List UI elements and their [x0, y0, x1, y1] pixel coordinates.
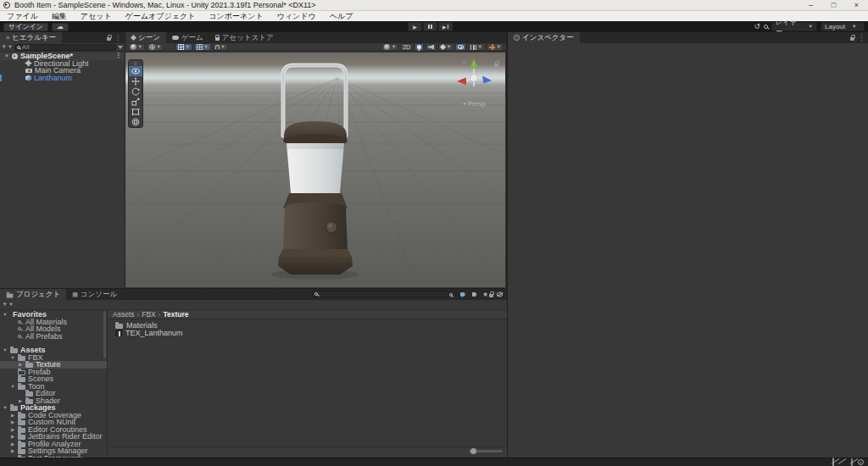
asset-item[interactable]: TEX_Lanthanum	[108, 329, 507, 336]
expander-icon[interactable]: ▼	[3, 347, 8, 354]
project-search-field[interactable]	[312, 291, 449, 297]
minimize-button[interactable]: –	[799, 0, 822, 11]
scene-viewport[interactable]: ≡ ≡	[125, 53, 505, 287]
panel-menu-icon[interactable]: ⋮	[114, 35, 121, 42]
menu-item[interactable]: コンポーネント	[202, 11, 270, 22]
scene-tabstrip: シーンゲームアセットストア	[125, 32, 506, 43]
camera-icon	[25, 69, 32, 73]
snap-toggle-dropdown[interactable]: ▼	[194, 43, 211, 51]
rotate-tool-button[interactable]	[129, 86, 142, 97]
console-log-muted-icon[interactable]	[832, 458, 834, 466]
orientation-dropdown[interactable]: ▼	[147, 43, 164, 51]
breadcrumb-item[interactable]: Assets	[113, 310, 135, 319]
expander-icon[interactable]: ▶	[10, 441, 15, 448]
hierarchy-search-input[interactable]: All	[14, 44, 116, 51]
console-warning-muted-icon[interactable]	[839, 458, 846, 466]
audio-toggle[interactable]	[426, 43, 437, 51]
lock-icon[interactable]	[107, 37, 111, 41]
console-error-muted-icon[interactable]	[851, 458, 853, 466]
tab-scene[interactable]: シーン	[125, 32, 166, 43]
tab-hierarchy[interactable]: ≡ ヒエラルキー	[0, 32, 62, 43]
hidden-packages-icon[interactable]	[496, 291, 504, 298]
effects-dropdown[interactable]: ▼	[438, 43, 453, 51]
tree-row[interactable]: ▼Assets	[0, 347, 107, 354]
lock-icon[interactable]	[850, 37, 854, 41]
restore-button[interactable]: □	[822, 0, 845, 11]
tab-asset-store[interactable]: アセットストア	[209, 32, 280, 43]
2d-toggle[interactable]: 2D	[400, 43, 413, 51]
expander-icon[interactable]: ▶	[10, 419, 15, 426]
panel-menu-icon[interactable]: ⋮	[858, 35, 865, 42]
tree-row[interactable]: Prefab	[0, 369, 107, 376]
search-in-folder-icon[interactable]	[447, 291, 454, 298]
component-tools-dropdown[interactable]: ▼	[487, 43, 504, 51]
expander-icon[interactable]: ▶	[18, 361, 23, 369]
transform-tool-button[interactable]	[129, 117, 142, 127]
layers-dropdown[interactable]: レイヤー▼	[771, 22, 817, 31]
menu-item[interactable]: ウィンドウ	[270, 11, 323, 22]
search-icon[interactable]	[764, 25, 768, 29]
tree-scrollbar[interactable]	[103, 311, 106, 358]
menu-item[interactable]: ゲームオブジェクト	[119, 11, 203, 22]
layout-dropdown[interactable]: Layout▼	[821, 22, 865, 31]
packages-visibility-icon[interactable]	[459, 291, 466, 298]
scale-tool-button[interactable]	[129, 97, 142, 107]
orientation-gizmo[interactable]: ◄Persp	[448, 56, 500, 108]
expander-icon[interactable]: ▶	[10, 433, 15, 441]
overlay-grip-icon[interactable]: ≡	[129, 60, 142, 66]
expander-icon[interactable]: ▶	[10, 447, 15, 455]
chevron-down-icon[interactable]: ▼	[8, 45, 12, 50]
cloud-services-button[interactable]: ☁	[52, 23, 69, 31]
project-search-input[interactable]	[320, 291, 447, 297]
slider-thumb[interactable]	[470, 448, 476, 454]
menu-item[interactable]: ヘルプ	[323, 11, 360, 22]
expander-icon[interactable]: ▼	[4, 53, 9, 60]
tab-inspector[interactable]: i インスペクター	[508, 32, 580, 43]
close-button[interactable]: ×	[845, 0, 868, 11]
chevron-down-icon[interactable]: ▼	[8, 302, 13, 308]
move-tool-button[interactable]	[129, 76, 142, 86]
tree-row[interactable]: All Prefabs	[0, 333, 107, 341]
tree-row[interactable]: Scenes	[0, 375, 107, 383]
expander-icon[interactable]: ▼	[10, 354, 15, 362]
menu-item[interactable]: ファイル	[0, 11, 45, 22]
expander-icon[interactable]: ▶	[10, 426, 15, 434]
camera-view-dropdown[interactable]: ▼	[381, 43, 398, 51]
more-icon[interactable]: ⋮	[115, 53, 125, 60]
breadcrumb-item[interactable]: FBX	[142, 310, 156, 319]
undo-history-icon[interactable]: ↺	[754, 23, 760, 31]
pivot-mode-dropdown[interactable]: ▼	[128, 43, 145, 51]
breadcrumb-item[interactable]: Texture	[163, 310, 188, 319]
tab-project[interactable]: プロジェクト	[0, 289, 66, 300]
menu-item[interactable]: アセット	[74, 11, 119, 22]
snap-increment-dropdown[interactable]: ▼	[213, 43, 228, 51]
tree-row[interactable]: ▶Texture	[0, 361, 107, 369]
lock-icon[interactable]	[489, 294, 493, 297]
search-by-label-icon[interactable]	[470, 291, 478, 298]
camera-settings-dropdown[interactable]: ▼	[468, 43, 485, 51]
background-tasks-icon[interactable]: ✓	[858, 459, 864, 465]
scene-visibility-toggle[interactable]	[455, 43, 466, 51]
thumbnail-zoom-slider[interactable]	[469, 450, 503, 452]
sign-in-button[interactable]: サインイン	[3, 23, 48, 31]
tab-console[interactable]: ▤ コンソール	[66, 289, 123, 300]
grid-visibility-dropdown[interactable]: ▼	[175, 43, 192, 51]
play-button[interactable]: ▶	[408, 22, 422, 31]
expander-icon[interactable]: ▶	[10, 412, 15, 419]
favorite-search-icon[interactable]: ★	[481, 291, 489, 298]
hierarchy-row[interactable]: Lanthanum	[0, 75, 125, 82]
create-button[interactable]: +	[3, 301, 7, 308]
expander-icon[interactable]: ▼	[10, 383, 15, 391]
rect-tool-button[interactable]	[129, 107, 142, 117]
view-tool-button[interactable]	[129, 66, 142, 76]
search-filter-icon[interactable]	[118, 46, 123, 49]
expander-icon[interactable]: ▼	[3, 404, 8, 412]
play-icon: ▶	[413, 25, 417, 30]
tab-game[interactable]: ゲーム	[166, 32, 209, 43]
menu-item[interactable]: 編集	[45, 11, 74, 22]
pause-button[interactable]	[423, 22, 437, 31]
step-button[interactable]: ▶	[438, 22, 453, 31]
create-button[interactable]: +	[2, 43, 6, 51]
lighting-toggle[interactable]	[415, 43, 424, 51]
expander-icon[interactable]: ▼	[3, 311, 8, 319]
